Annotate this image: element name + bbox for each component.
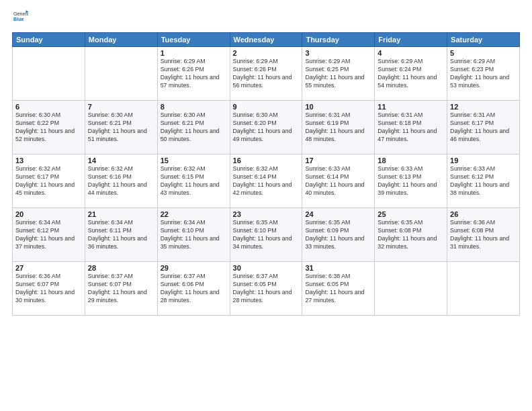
calendar-cell: 5Sunrise: 6:29 AM Sunset: 6:23 PM Daylig… (447, 47, 520, 101)
calendar-cell: 17Sunrise: 6:33 AM Sunset: 6:14 PM Dayli… (302, 154, 375, 208)
day-number: 25 (378, 210, 444, 218)
day-info: Sunrise: 6:36 AM Sunset: 6:07 PM Dayligh… (15, 273, 82, 305)
calendar-cell: 15Sunrise: 6:32 AM Sunset: 6:15 PM Dayli… (157, 154, 230, 208)
day-number: 15 (161, 156, 227, 165)
calendar-cell: 10Sunrise: 6:31 AM Sunset: 6:19 PM Dayli… (302, 101, 375, 154)
day-number: 21 (88, 210, 154, 218)
day-number: 6 (15, 103, 82, 111)
day-number: 22 (161, 210, 227, 218)
day-number: 4 (378, 49, 444, 57)
day-info: Sunrise: 6:31 AM Sunset: 6:17 PM Dayligh… (450, 111, 517, 144)
day-info: Sunrise: 6:31 AM Sunset: 6:18 PM Dayligh… (378, 111, 444, 144)
day-number: 8 (161, 103, 227, 111)
day-number: 16 (233, 156, 300, 165)
svg-text:Blue: Blue (13, 17, 24, 22)
calendar-cell: 9Sunrise: 6:30 AM Sunset: 6:20 PM Daylig… (230, 101, 302, 154)
day-info: Sunrise: 6:33 AM Sunset: 6:12 PM Dayligh… (450, 165, 517, 197)
calendar-cell: 22Sunrise: 6:34 AM Sunset: 6:10 PM Dayli… (157, 208, 230, 262)
logo: General Blue (12, 9, 28, 27)
calendar-cell: 7Sunrise: 6:30 AM Sunset: 6:21 PM Daylig… (85, 101, 157, 154)
calendar-cell: 12Sunrise: 6:31 AM Sunset: 6:17 PM Dayli… (447, 101, 520, 154)
calendar-cell: 19Sunrise: 6:33 AM Sunset: 6:12 PM Dayli… (447, 154, 520, 208)
day-info: Sunrise: 6:35 AM Sunset: 6:09 PM Dayligh… (305, 219, 371, 251)
day-info: Sunrise: 6:29 AM Sunset: 6:26 PM Dayligh… (233, 58, 300, 90)
calendar-cell (447, 262, 520, 316)
day-info: Sunrise: 6:32 AM Sunset: 6:16 PM Dayligh… (88, 165, 154, 197)
day-info: Sunrise: 6:35 AM Sunset: 6:08 PM Dayligh… (378, 219, 444, 251)
calendar-cell: 20Sunrise: 6:34 AM Sunset: 6:12 PM Dayli… (13, 208, 85, 262)
weekday-header: Saturday (447, 33, 520, 47)
day-number: 27 (15, 264, 82, 272)
day-info: Sunrise: 6:32 AM Sunset: 6:17 PM Dayligh… (15, 165, 82, 197)
day-info: Sunrise: 6:33 AM Sunset: 6:13 PM Dayligh… (378, 165, 444, 197)
calendar-cell: 13Sunrise: 6:32 AM Sunset: 6:17 PM Dayli… (13, 154, 85, 208)
day-info: Sunrise: 6:29 AM Sunset: 6:23 PM Dayligh… (450, 58, 517, 90)
day-info: Sunrise: 6:30 AM Sunset: 6:21 PM Dayligh… (161, 111, 227, 144)
calendar-cell: 31Sunrise: 6:38 AM Sunset: 6:05 PM Dayli… (302, 262, 375, 316)
day-info: Sunrise: 6:32 AM Sunset: 6:14 PM Dayligh… (233, 165, 300, 197)
calendar-cell (85, 47, 157, 101)
day-number: 19 (450, 156, 517, 165)
calendar-cell: 16Sunrise: 6:32 AM Sunset: 6:14 PM Dayli… (230, 154, 302, 208)
day-number: 23 (233, 210, 300, 218)
calendar-cell: 25Sunrise: 6:35 AM Sunset: 6:08 PM Dayli… (375, 208, 447, 262)
day-number: 1 (161, 49, 227, 57)
calendar-page: General Blue SundayMondayTuesdayWednesda… (0, 0, 532, 411)
calendar-cell: 23Sunrise: 6:35 AM Sunset: 6:10 PM Dayli… (230, 208, 302, 262)
day-info: Sunrise: 6:29 AM Sunset: 6:25 PM Dayligh… (305, 58, 371, 90)
day-number: 18 (378, 156, 444, 165)
day-number: 9 (233, 103, 300, 111)
weekday-header: Sunday (13, 33, 85, 47)
day-info: Sunrise: 6:37 AM Sunset: 6:07 PM Dayligh… (88, 273, 154, 305)
calendar-cell: 18Sunrise: 6:33 AM Sunset: 6:13 PM Dayli… (375, 154, 447, 208)
day-info: Sunrise: 6:30 AM Sunset: 6:22 PM Dayligh… (15, 111, 82, 144)
day-number: 14 (88, 156, 154, 165)
day-info: Sunrise: 6:29 AM Sunset: 6:24 PM Dayligh… (378, 58, 444, 90)
calendar-cell: 26Sunrise: 6:36 AM Sunset: 6:08 PM Dayli… (447, 208, 520, 262)
weekday-header: Thursday (302, 33, 375, 47)
calendar-cell: 8Sunrise: 6:30 AM Sunset: 6:21 PM Daylig… (157, 101, 230, 154)
calendar-cell: 24Sunrise: 6:35 AM Sunset: 6:09 PM Dayli… (302, 208, 375, 262)
day-number: 24 (305, 210, 371, 218)
day-number: 31 (305, 264, 371, 272)
day-number: 7 (88, 103, 154, 111)
day-number: 10 (305, 103, 371, 111)
calendar-cell (375, 262, 447, 316)
calendar-cell (13, 47, 85, 101)
day-info: Sunrise: 6:33 AM Sunset: 6:14 PM Dayligh… (305, 165, 371, 197)
calendar-cell: 21Sunrise: 6:34 AM Sunset: 6:11 PM Dayli… (85, 208, 157, 262)
day-info: Sunrise: 6:34 AM Sunset: 6:11 PM Dayligh… (88, 219, 154, 251)
weekday-header: Tuesday (157, 33, 230, 47)
day-number: 3 (305, 49, 371, 57)
day-number: 2 (233, 49, 300, 57)
calendar-cell: 27Sunrise: 6:36 AM Sunset: 6:07 PM Dayli… (13, 262, 85, 316)
calendar-cell: 29Sunrise: 6:37 AM Sunset: 6:06 PM Dayli… (157, 262, 230, 316)
calendar-cell: 11Sunrise: 6:31 AM Sunset: 6:18 PM Dayli… (375, 101, 447, 154)
day-number: 26 (450, 210, 517, 218)
day-info: Sunrise: 6:35 AM Sunset: 6:10 PM Dayligh… (233, 219, 300, 251)
calendar-cell: 4Sunrise: 6:29 AM Sunset: 6:24 PM Daylig… (375, 47, 447, 101)
weekday-header: Wednesday (230, 33, 302, 47)
calendar-cell: 28Sunrise: 6:37 AM Sunset: 6:07 PM Dayli… (85, 262, 157, 316)
header: General Blue (12, 9, 520, 27)
day-info: Sunrise: 6:32 AM Sunset: 6:15 PM Dayligh… (161, 165, 227, 197)
calendar-cell: 30Sunrise: 6:37 AM Sunset: 6:05 PM Dayli… (230, 262, 302, 316)
calendar-table: SundayMondayTuesdayWednesdayThursdayFrid… (12, 32, 520, 316)
calendar-cell: 6Sunrise: 6:30 AM Sunset: 6:22 PM Daylig… (13, 101, 85, 154)
calendar-cell: 3Sunrise: 6:29 AM Sunset: 6:25 PM Daylig… (302, 47, 375, 101)
day-number: 29 (161, 264, 227, 272)
day-info: Sunrise: 6:37 AM Sunset: 6:05 PM Dayligh… (233, 273, 300, 305)
weekday-header: Monday (85, 33, 157, 47)
day-info: Sunrise: 6:31 AM Sunset: 6:19 PM Dayligh… (305, 111, 371, 144)
day-info: Sunrise: 6:37 AM Sunset: 6:06 PM Dayligh… (161, 273, 227, 305)
day-info: Sunrise: 6:34 AM Sunset: 6:10 PM Dayligh… (161, 219, 227, 251)
weekday-header: Friday (375, 33, 447, 47)
day-info: Sunrise: 6:30 AM Sunset: 6:21 PM Dayligh… (88, 111, 154, 144)
day-info: Sunrise: 6:36 AM Sunset: 6:08 PM Dayligh… (450, 219, 517, 251)
calendar-cell: 14Sunrise: 6:32 AM Sunset: 6:16 PM Dayli… (85, 154, 157, 208)
day-info: Sunrise: 6:38 AM Sunset: 6:05 PM Dayligh… (305, 273, 371, 305)
day-number: 30 (233, 264, 300, 272)
day-number: 12 (450, 103, 517, 111)
day-number: 13 (15, 156, 82, 165)
calendar-cell: 2Sunrise: 6:29 AM Sunset: 6:26 PM Daylig… (230, 47, 302, 101)
